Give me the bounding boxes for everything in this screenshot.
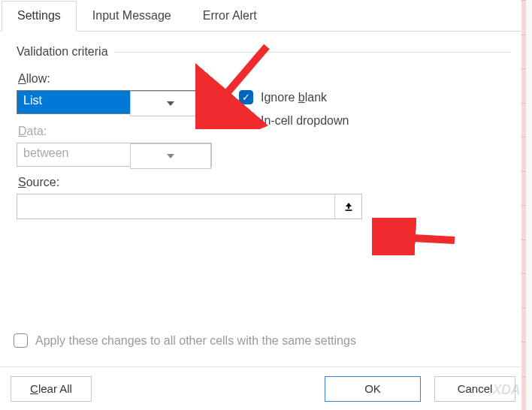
- tab-bar: Settings Input Message Error Alert: [0, 0, 526, 32]
- background-cells: [521, 0, 526, 410]
- allow-dropdown-button[interactable]: [130, 91, 211, 116]
- allow-label: Allow:: [18, 72, 212, 86]
- data-dropdown-button: [130, 143, 211, 169]
- data-dropdown-value: between: [17, 143, 130, 166]
- ignore-blank-checkbox[interactable]: ✓: [239, 90, 253, 104]
- apply-to-cells-label: Apply these changes to all other cells w…: [35, 334, 356, 348]
- data-dropdown: between: [17, 143, 212, 167]
- range-select-icon: [343, 200, 355, 213]
- source-input[interactable]: [17, 194, 334, 219]
- source-label: Source:: [18, 176, 511, 189]
- svg-line-4: [385, 237, 455, 240]
- watermark: XDA: [492, 382, 520, 398]
- ok-button[interactable]: OK: [325, 376, 421, 402]
- in-cell-dropdown-option[interactable]: ✓ In-cell dropdown: [239, 113, 349, 128]
- validation-criteria-label: Validation criteria: [17, 45, 108, 59]
- data-validation-dialog: Settings Input Message Error Alert Valid…: [0, 0, 526, 410]
- allow-dropdown[interactable]: List: [17, 90, 212, 114]
- settings-panel: Validation criteria Allow: List Data:: [0, 32, 526, 227]
- tab-error-alert[interactable]: Error Alert: [187, 1, 273, 32]
- ignore-blank-label: Ignore blank: [261, 91, 327, 104]
- heading-divider: [114, 52, 511, 53]
- dialog-footer: Clear All OK Cancel: [0, 366, 526, 410]
- source-field-wrap: [17, 194, 362, 219]
- apply-to-cells-option: ✓ Apply these changes to all other cells…: [14, 333, 356, 348]
- in-cell-dropdown-label: In-cell dropdown: [261, 114, 349, 128]
- data-label: Data:: [18, 125, 212, 138]
- tab-settings[interactable]: Settings: [2, 1, 77, 32]
- ignore-blank-option[interactable]: ✓ Ignore blank: [239, 90, 349, 104]
- chevron-down-icon: [167, 154, 174, 158]
- allow-dropdown-value: List: [17, 91, 130, 113]
- chevron-down-icon: [167, 101, 174, 106]
- validation-criteria-heading: Validation criteria: [17, 45, 511, 59]
- tab-input-message[interactable]: Input Message: [77, 1, 187, 32]
- apply-to-cells-checkbox: ✓: [14, 333, 28, 348]
- in-cell-dropdown-checkbox[interactable]: ✓: [239, 113, 253, 128]
- clear-all-button[interactable]: Clear All: [11, 376, 92, 402]
- svg-rect-0: [345, 210, 352, 211]
- collapse-dialog-button[interactable]: [334, 194, 361, 219]
